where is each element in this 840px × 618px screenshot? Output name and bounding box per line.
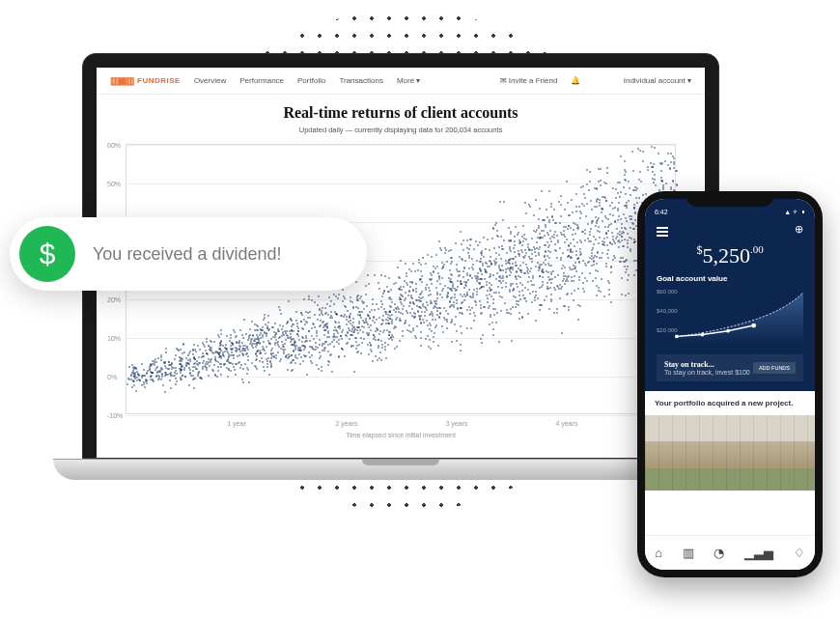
nav-account[interactable]: Individual account ▾ [624,76,691,85]
top-nav: ▥▦▥ FUNDRISE Overview Performance Portfo… [97,68,705,95]
brand-name: FUNDRISE [137,76,181,85]
brand-logo[interactable]: ▥▦▥ FUNDRISE [110,75,181,86]
feed-headline: Your portfolio acquired a new project. [645,391,815,415]
svg-point-2 [726,329,730,333]
goal-label: Goal account value [657,274,803,283]
bell-icon: 🔔 [571,76,580,85]
chart-subtitle: Updated daily — currently displaying dat… [116,126,686,134]
chart-title: Real-time returns of client accounts [116,104,686,122]
project-photo[interactable] [645,415,815,491]
add-funds-cta[interactable]: ADD FUNDS [753,362,796,374]
tab-performance[interactable]: ▁▃▅ [744,546,773,560]
phone-notch [686,191,773,207]
dividend-toast[interactable]: $ You received a dividend! [10,217,367,291]
nav-portfolio[interactable]: Portfolio [297,76,325,85]
add-funds-button[interactable]: ⊕ [795,223,803,236]
tab-alerts[interactable]: ♢ [794,546,805,560]
svg-point-3 [751,323,756,328]
nav-notifications[interactable]: 🔔 [571,76,580,85]
nav-transactions[interactable]: Transactions [339,76,383,85]
laptop-hinge-notch [362,460,439,465]
nav-performance[interactable]: Performance [239,76,284,85]
status-indicators: ▲ ᯤ ▮ [784,209,805,215]
toast-text: You received a dividend! [93,244,281,265]
menu-button[interactable] [657,222,668,236]
bars-icon: ▁▃▅ [744,546,773,560]
nav-invite[interactable]: ✉ Invite a Friend [500,76,558,85]
goal-projection-chart: $60,000 $40,000 $20,000 [657,289,803,347]
tab-home[interactable]: ⌂ [655,546,662,560]
status-time: 6:42 [655,209,668,215]
dollar-icon: $ [19,226,75,282]
nav-overview[interactable]: Overview [194,76,226,85]
phone-mockup: 6:42 ▲ ᯤ ▮ ⊕ $5,250.00 Goal account valu… [637,191,823,577]
chevron-down-icon: ▾ [416,76,420,85]
svg-point-1 [701,333,705,337]
banner-title: Stay on track... [664,360,750,369]
svg-point-0 [675,335,679,339]
bell-icon: ♢ [794,546,805,560]
phone-summary-card: ⊕ $5,250.00 Goal account value $60,000 $… [645,216,815,391]
account-value: $5,250.00 [657,236,803,270]
chevron-down-icon: ▾ [687,76,691,85]
bottom-tab-bar: ⌂ ▥ ◔ ▁▃▅ ♢ [645,535,815,570]
tab-activity[interactable]: ◔ [714,546,724,560]
pie-icon: ◔ [714,546,724,560]
stay-on-track-banner: Stay on track... To stay on track, inves… [657,354,803,381]
banner-subtitle: To stay on track, invest $100 [664,369,750,376]
x-axis-label: Time elapsed since initial investment [116,432,686,438]
nav-more[interactable]: More ▾ [397,76,420,85]
buildings-icon: ▥▦▥ [110,75,133,86]
hamburger-icon [657,231,668,233]
buildings-icon: ▥ [683,546,694,560]
mobile-app: 6:42 ▲ ᯤ ▮ ⊕ $5,250.00 Goal account valu… [645,199,815,570]
tab-portfolio[interactable]: ▥ [683,546,694,560]
home-icon: ⌂ [655,546,662,560]
mail-icon: ✉ [500,76,509,85]
